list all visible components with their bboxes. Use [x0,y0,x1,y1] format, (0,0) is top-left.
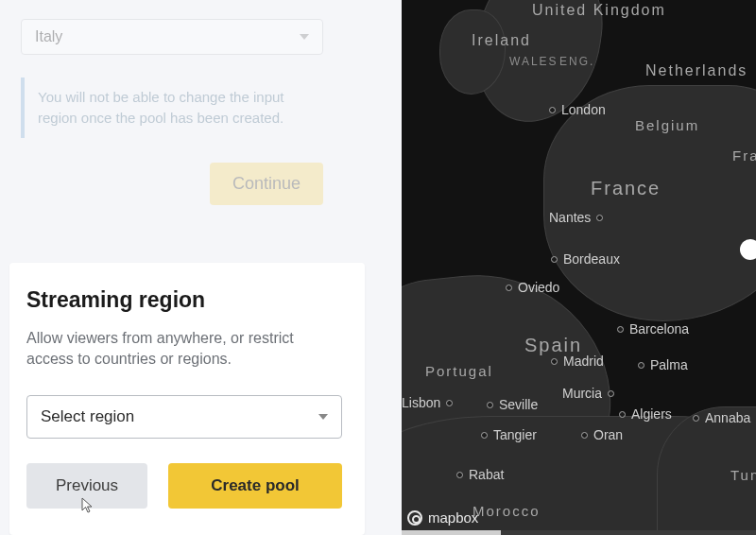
city-bordeaux: Bordeaux [551,251,620,267]
city-palma: Palma [638,357,688,372]
city-barcelona: Barcelona [617,321,689,337]
city-dot-icon [481,432,488,439]
warning-text: You will not be able to change the input… [38,89,284,126]
city-dot-icon [506,285,512,291]
progress-scrubber[interactable] [402,530,756,535]
city-tangier: Tangier [481,427,537,442]
city-murcia: Murcia [562,386,614,401]
card-subtitle: Allow viewers from anywhere, or restrict… [26,328,342,371]
map-attribution: mapbox [407,509,478,526]
map-marker-icon [740,239,756,260]
city-dot-icon [693,415,699,422]
create-pool-button[interactable]: Create pool [168,463,342,509]
city-dot-icon [638,362,644,369]
city-dot-icon [608,390,614,397]
country-france: France [591,178,661,199]
streaming-region-card: Streaming region Allow viewers from anyw… [9,263,365,535]
city-dot-icon [549,107,556,113]
city-dot-icon [596,215,603,221]
city-london: London [549,102,606,117]
city-dot-icon [619,411,626,418]
attribution-text: mapbox [428,509,478,526]
city-nantes: Nantes [549,210,603,225]
city-oviedo: Oviedo [506,280,559,295]
city-dot-icon [456,472,463,478]
region-wales: Wales [509,55,558,68]
city-dot-icon [581,432,588,439]
previous-button[interactable]: Previous [26,463,147,509]
continue-label: Continue [232,174,301,193]
cursor-icon [81,497,94,514]
country-netherlands: Netherlands [645,62,747,79]
city-annaba: Annaba [693,410,750,425]
map-panel[interactable]: United Kingdom Ireland Netherlands Belgi… [402,0,756,535]
country-uk: United Kingdom [532,2,666,19]
city-oran: Oran [581,427,623,442]
streaming-region-select[interactable]: Select region [26,395,342,439]
country-belgium: Belgium [635,117,699,133]
city-dot-icon [617,326,624,333]
mapbox-logo-icon [407,510,422,526]
city-dot-icon [551,358,558,365]
progress-fill [402,530,501,535]
city-seville: Seville [487,397,538,412]
city-rabat: Rabat [456,467,504,482]
input-region-select[interactable]: Italy [21,19,323,55]
country-morocco: Morocco [472,503,541,519]
country-ireland: Ireland [472,32,531,49]
city-lisbon: Lisbon [402,395,453,410]
city-madrid: Madrid [551,354,604,369]
select-placeholder: Select region [41,407,134,426]
city-dot-icon [487,402,493,408]
chevron-down-icon [300,34,309,40]
previous-label: Previous [56,476,118,494]
input-region-value: Italy [35,28,62,45]
config-panel: Italy You will not be able to change the… [0,0,402,535]
country-tuni: Tuni [730,467,756,483]
card-title: Streaming region [26,287,342,313]
country-fra-partial: Fra [732,147,756,164]
chevron-down-icon [318,414,328,420]
city-dot-icon [551,256,558,263]
city-algiers: Algiers [619,406,672,422]
input-region-card: Italy You will not be able to change the… [21,19,323,205]
country-portugal: Portugal [425,363,493,379]
continue-button[interactable]: Continue [210,163,323,205]
region-eng: Eng. [559,55,594,68]
city-dot-icon [446,400,453,406]
warning-callout: You will not be able to change the input… [21,78,323,138]
create-pool-label: Create pool [211,476,300,494]
